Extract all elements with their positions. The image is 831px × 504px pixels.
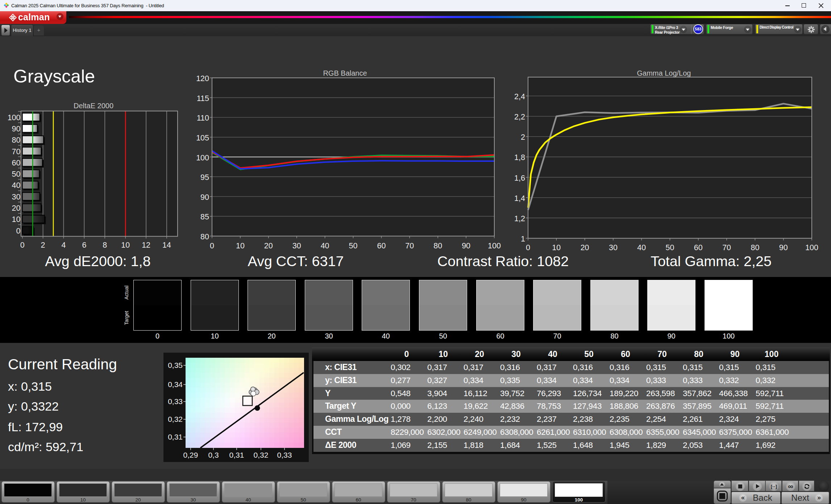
svg-text:80: 80	[751, 243, 759, 252]
svg-text:70: 70	[722, 243, 731, 252]
svg-text:RGB Balance: RGB Balance	[323, 69, 367, 77]
svg-text:0,33: 0,33	[277, 451, 292, 459]
svg-text:10: 10	[552, 243, 561, 252]
svg-text:8: 8	[103, 241, 107, 249]
svg-text:40: 40	[12, 181, 21, 190]
svg-text:10: 10	[236, 242, 245, 250]
svg-text:14: 14	[162, 241, 171, 249]
svg-text:70: 70	[12, 147, 21, 156]
svg-text:20: 20	[581, 243, 589, 252]
svg-text:110: 110	[197, 114, 209, 122]
svg-text:90: 90	[200, 193, 209, 202]
svg-text:30: 30	[12, 193, 21, 201]
svg-text:85: 85	[200, 213, 209, 221]
svg-text:Avg CCT: 6317: Avg CCT: 6317	[248, 253, 344, 269]
svg-text:40: 40	[321, 242, 329, 250]
svg-text:1,4: 1,4	[514, 194, 525, 203]
svg-text:10: 10	[12, 215, 21, 224]
svg-text:0,34: 0,34	[168, 380, 183, 388]
svg-text:20: 20	[12, 204, 21, 213]
svg-text:10: 10	[121, 241, 130, 249]
svg-text:0,32: 0,32	[254, 451, 269, 459]
svg-text:2,2: 2,2	[514, 113, 525, 121]
svg-text:90: 90	[779, 243, 788, 252]
svg-text:2: 2	[41, 241, 45, 249]
svg-text:1,6: 1,6	[514, 174, 525, 182]
svg-text:0,3: 0,3	[208, 451, 219, 459]
svg-text:100: 100	[488, 242, 501, 250]
svg-text:50: 50	[349, 242, 358, 250]
svg-text:4: 4	[62, 241, 66, 249]
svg-text:30: 30	[292, 242, 301, 250]
svg-text:80: 80	[200, 232, 209, 241]
svg-text:0: 0	[526, 243, 530, 252]
svg-text:1,2: 1,2	[514, 214, 525, 223]
svg-text:80: 80	[12, 136, 21, 144]
svg-text:Gamma Log/Log: Gamma Log/Log	[637, 69, 691, 77]
svg-text:100: 100	[8, 113, 21, 122]
svg-text:DeltaE 2000: DeltaE 2000	[74, 102, 113, 110]
svg-text:100: 100	[196, 154, 209, 162]
svg-text:95: 95	[200, 173, 209, 182]
svg-text:6: 6	[82, 241, 86, 249]
svg-text:0,31: 0,31	[168, 433, 183, 441]
svg-text:1: 1	[521, 235, 525, 243]
svg-text:60: 60	[694, 243, 703, 252]
svg-text:0,29: 0,29	[183, 451, 198, 459]
svg-text:100: 100	[805, 243, 818, 252]
svg-text:60: 60	[377, 242, 386, 250]
svg-text:105: 105	[196, 134, 209, 142]
svg-text:90: 90	[462, 242, 470, 250]
svg-text:115: 115	[197, 94, 209, 103]
svg-text:2,4: 2,4	[514, 92, 525, 101]
svg-text:0: 0	[210, 242, 214, 250]
svg-text:40: 40	[637, 243, 646, 252]
svg-text:20: 20	[264, 242, 273, 250]
svg-text:Avg dE2000: 1,8: Avg dE2000: 1,8	[45, 253, 150, 269]
svg-text:70: 70	[405, 242, 414, 250]
svg-text:30: 30	[609, 243, 618, 252]
svg-text:50: 50	[12, 170, 21, 178]
svg-text:Contrast Ratio: 1082: Contrast Ratio: 1082	[437, 253, 569, 269]
svg-text:80: 80	[433, 242, 442, 250]
svg-text:Total Gamma: 2,25: Total Gamma: 2,25	[651, 253, 772, 269]
svg-text:0,33: 0,33	[168, 397, 183, 406]
svg-text:0,32: 0,32	[168, 415, 183, 423]
svg-text:2: 2	[521, 133, 525, 142]
svg-text:0,31: 0,31	[229, 451, 244, 459]
svg-text:60: 60	[12, 159, 21, 167]
svg-text:0: 0	[20, 241, 25, 249]
svg-text:12: 12	[142, 241, 150, 249]
svg-text:1,8: 1,8	[514, 153, 525, 162]
svg-text:0,35: 0,35	[168, 361, 183, 369]
svg-text:120: 120	[196, 74, 209, 83]
svg-text:0: 0	[16, 227, 21, 235]
svg-text:90: 90	[12, 125, 21, 133]
svg-text:50: 50	[666, 243, 674, 252]
